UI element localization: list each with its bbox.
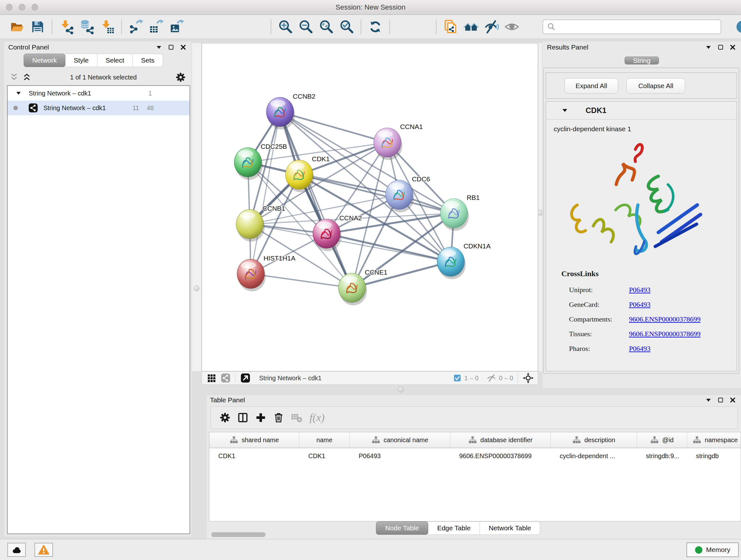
column-header--id[interactable]: @id [637, 432, 687, 448]
tab-select[interactable]: Select [97, 54, 133, 67]
control-panel-menu-button[interactable] [155, 44, 163, 51]
delete-column-icon[interactable] [273, 412, 285, 424]
network-edge[interactable] [251, 274, 352, 288]
tree-collapse-icon[interactable] [15, 90, 22, 97]
zoom-fit-button[interactable] [319, 19, 334, 35]
tab-string[interactable]: String [624, 57, 659, 64]
import-database-button[interactable] [79, 19, 94, 35]
network-node-CCNA1[interactable]: CCNA1 [374, 123, 423, 160]
export-image-button[interactable] [169, 19, 185, 35]
table-cell[interactable]: cyclin-dependent ... [551, 452, 637, 460]
results-panel-close-button[interactable] [729, 44, 737, 51]
search-box[interactable] [542, 19, 721, 34]
window-minimize-button[interactable] [19, 4, 25, 10]
zoom-selected-button[interactable] [339, 19, 354, 35]
zoom-out-button[interactable] [298, 19, 313, 35]
toggle-panel-visibility-button[interactable] [484, 19, 499, 35]
gene-section-header[interactable]: CDK1 [546, 102, 737, 119]
zoom-in-button[interactable] [278, 19, 293, 35]
expand-all-icon[interactable] [22, 72, 32, 82]
network-node-CDK1[interactable]: CDK1 [286, 155, 330, 192]
save-session-button[interactable] [30, 19, 45, 35]
table-row[interactable]: CDK1CDK1P064939606.ENSP00000378699cyclin… [209, 448, 741, 463]
birds-eye-icon[interactable] [522, 372, 534, 384]
table-panel-close-button[interactable] [729, 396, 737, 404]
control-panel-close-button[interactable] [179, 44, 187, 51]
table-cell[interactable]: stringdb:9... [637, 452, 687, 460]
table-cell[interactable]: P06493 [350, 452, 450, 460]
table-panel-menu-button[interactable] [704, 396, 712, 404]
selected-checkbox-icon[interactable] [453, 374, 462, 382]
hidden-eye-icon[interactable] [486, 373, 496, 383]
section-collapse-icon[interactable] [561, 107, 568, 114]
network-graph[interactable]: CCNB2CCNA1CDC25BCDK1CDC6RB1CCNB1CCNA2CDK… [202, 44, 538, 371]
crosslink-link[interactable]: P06493 [629, 345, 650, 353]
column-header-shared-name[interactable]: shared name [209, 432, 299, 448]
column-header-database-identifier[interactable]: database identifier [450, 432, 551, 448]
home-button[interactable] [463, 19, 479, 35]
crosslink-link[interactable]: P06493 [629, 300, 650, 309]
import-table-button[interactable] [99, 19, 115, 35]
gear-icon[interactable] [175, 71, 186, 83]
tab-network-table[interactable]: Network Table [480, 521, 541, 535]
import-network-button[interactable] [59, 19, 74, 35]
show-columns-icon[interactable] [237, 412, 249, 424]
network-node-CDKN1A[interactable]: CDKN1A [437, 242, 491, 279]
network-row[interactable]: String Network – cdk1 11 48 [8, 101, 190, 115]
table-cell[interactable]: CDK1 [299, 452, 350, 460]
table-hscrollbar[interactable] [211, 532, 266, 537]
window-zoom-button[interactable] [31, 4, 38, 10]
column-header-description[interactable]: description [551, 432, 637, 448]
network-node-CCNB1[interactable]: CCNB1 [236, 205, 285, 242]
crosslink-link[interactable]: P06493 [629, 286, 650, 294]
export-table-button[interactable] [149, 19, 164, 35]
crosslink-link[interactable]: 9606.ENSP00000378699 [629, 315, 700, 323]
refresh-button[interactable] [367, 19, 383, 35]
network-node-HIST1H1A[interactable]: HIST1H1A [237, 254, 295, 292]
network-share-icon[interactable] [220, 373, 231, 383]
tab-node-table[interactable]: Node Table [376, 521, 428, 535]
tab-sets[interactable]: Sets [133, 54, 163, 67]
left-splitter-handle[interactable] [194, 286, 199, 291]
left-splitter[interactable] [192, 43, 201, 371]
open-file-button[interactable] [10, 19, 25, 35]
network-canvas[interactable]: CCNB2CCNA1CDC25BCDK1CDC6RB1CCNB1CCNA2CDK… [202, 43, 538, 371]
network-edge[interactable] [280, 112, 387, 143]
table-panel-float-button[interactable] [717, 396, 724, 404]
warnings-button[interactable] [35, 543, 53, 557]
bottom-splitter-handle[interactable] [398, 387, 404, 392]
cloud-status-button[interactable] [7, 543, 26, 557]
show-eye-button[interactable] [504, 19, 520, 35]
window-close-button[interactable] [6, 4, 12, 10]
memory-button[interactable]: Memory [686, 543, 739, 557]
network-collection-row[interactable]: String Network – cdk1 1 [8, 86, 190, 101]
table-gear-icon[interactable] [219, 412, 231, 424]
search-input[interactable] [556, 20, 721, 33]
results-panel-float-button[interactable] [717, 44, 724, 51]
collapse-all-icon[interactable] [9, 72, 19, 82]
tab-network[interactable]: Network [23, 54, 65, 67]
help-button[interactable]: ? [735, 19, 741, 34]
export-network-button[interactable] [128, 19, 144, 35]
collapse-all-button[interactable]: Collapse All [626, 78, 685, 94]
table-cell[interactable]: stringdb [687, 452, 741, 460]
network-node-CCNB2[interactable]: CCNB2 [266, 92, 316, 130]
column-header-namespace[interactable]: namespace [687, 432, 741, 448]
tab-edge-table[interactable]: Edge Table [428, 521, 480, 535]
column-header-canonical-name[interactable]: canonical name [350, 432, 450, 448]
detach-view-icon[interactable] [240, 373, 251, 383]
column-header-name[interactable]: name [299, 432, 350, 448]
control-panel-float-button[interactable] [167, 44, 175, 51]
table-cell[interactable]: CDK1 [209, 452, 299, 460]
tree-column-icon [229, 435, 239, 444]
right-splitter[interactable] [539, 43, 542, 371]
copy-button[interactable] [443, 19, 458, 35]
table-cell[interactable]: 9606.ENSP00000378699 [450, 452, 551, 460]
network-node-RB1[interactable]: RB1 [441, 194, 480, 231]
expand-all-button[interactable]: Expand All [564, 78, 618, 94]
results-panel-menu-button[interactable] [704, 44, 712, 51]
grid-view-icon[interactable] [206, 373, 217, 383]
tab-style[interactable]: Style [65, 54, 97, 67]
add-column-icon[interactable] [255, 412, 267, 424]
crosslink-link[interactable]: 9606.ENSP00000378699 [629, 330, 700, 338]
